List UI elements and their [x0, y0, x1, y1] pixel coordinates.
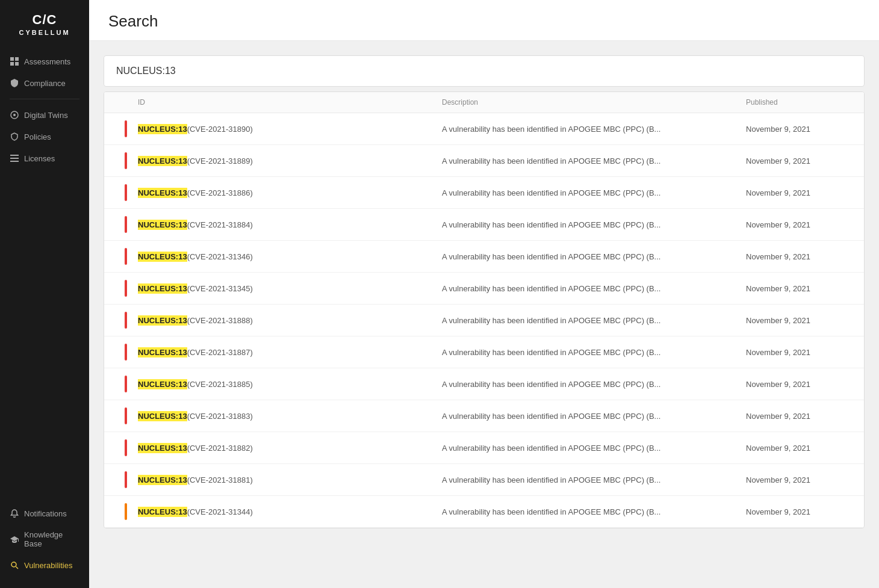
cell-published: November 9, 2021 — [746, 475, 854, 484]
bell-icon — [10, 509, 19, 518]
cell-published: November 9, 2021 — [746, 125, 854, 134]
nucleus-highlight: NUCLEUS:13 — [138, 156, 187, 166]
cve-part: (CVE-2021-31885) — [187, 380, 253, 389]
svg-rect-0 — [10, 57, 14, 61]
severity-bar — [125, 344, 127, 361]
table-row[interactable]: NUCLEUS:13 (CVE-2021-31883) A vulnerabil… — [104, 400, 864, 432]
table-row[interactable]: NUCLEUS:13 (CVE-2021-31889) A vulnerabil… — [104, 145, 864, 177]
table-row[interactable]: NUCLEUS:13 (CVE-2021-31346) A vulnerabil… — [104, 241, 864, 273]
svg-rect-7 — [10, 158, 19, 159]
search-query: NUCLEUS:13 — [116, 66, 176, 76]
severity-bar — [125, 248, 127, 265]
sidebar-item-policies-label: Policies — [24, 132, 51, 141]
table-row[interactable]: NUCLEUS:13 (CVE-2021-31886) A vulnerabil… — [104, 177, 864, 209]
severity-bar — [125, 376, 127, 392]
table-body: NUCLEUS:13 (CVE-2021-31890) A vulnerabil… — [104, 113, 864, 528]
logo-symbol: C/C — [33, 12, 57, 28]
sidebar-item-compliance[interactable]: Compliance — [0, 72, 89, 94]
circle-dots-icon — [10, 110, 19, 120]
cve-part: (CVE-2021-31889) — [187, 156, 253, 166]
severity-indicator — [114, 439, 138, 456]
page-title: Search — [108, 12, 860, 31]
cve-part: (CVE-2021-31887) — [187, 348, 253, 357]
nucleus-highlight: NUCLEUS:13 — [138, 188, 187, 198]
cell-description: A vulnerability has been identified in A… — [442, 412, 746, 421]
severity-bar — [125, 503, 127, 520]
severity-indicator — [114, 184, 138, 201]
sidebar-item-notifications-label: Notifications — [24, 509, 67, 518]
svg-rect-1 — [15, 57, 19, 61]
table-row[interactable]: NUCLEUS:13 (CVE-2021-31884) A vulnerabil… — [104, 209, 864, 241]
cell-published: November 9, 2021 — [746, 156, 854, 166]
severity-bar — [125, 439, 127, 456]
cell-id: NUCLEUS:13 (CVE-2021-31889) — [138, 156, 442, 166]
severity-indicator — [114, 471, 138, 488]
search-icon — [10, 560, 19, 570]
cell-description: A vulnerability has been identified in A… — [442, 125, 746, 134]
svg-rect-8 — [10, 161, 19, 162]
cell-id: NUCLEUS:13 (CVE-2021-31882) — [138, 443, 442, 453]
cell-id: NUCLEUS:13 (CVE-2021-31888) — [138, 315, 442, 326]
cve-part: (CVE-2021-31882) — [187, 444, 253, 453]
severity-indicator — [114, 407, 138, 424]
cell-id: NUCLEUS:13 (CVE-2021-31883) — [138, 411, 442, 421]
col-description: Description — [442, 98, 746, 107]
sidebar-item-assessments[interactable]: Assessments — [0, 51, 89, 72]
severity-bar — [125, 407, 127, 424]
sidebar-item-knowledge-base-label: Knowledge Base — [24, 530, 79, 548]
severity-bar — [125, 152, 127, 169]
sidebar-item-policies[interactable]: Policies — [0, 126, 89, 147]
table-row[interactable]: NUCLEUS:13 (CVE-2021-31881) A vulnerabil… — [104, 464, 864, 496]
cell-id: NUCLEUS:13 (CVE-2021-31346) — [138, 252, 442, 262]
sidebar-item-vulnerabilities[interactable]: Vulnerabilities — [0, 554, 89, 576]
table-row[interactable]: NUCLEUS:13 (CVE-2021-31885) A vulnerabil… — [104, 368, 864, 400]
cve-part: (CVE-2021-31886) — [187, 188, 253, 197]
sidebar-item-digital-twins-label: Digital Twins — [24, 111, 68, 120]
cve-part: (CVE-2021-31345) — [187, 284, 253, 293]
results-table: ID Description Published NUCLEUS:13 (CVE… — [104, 91, 865, 528]
nucleus-highlight: NUCLEUS:13 — [138, 347, 187, 357]
cell-id: NUCLEUS:13 (CVE-2021-31344) — [138, 507, 442, 517]
sidebar-item-compliance-label: Compliance — [24, 79, 66, 88]
nucleus-highlight: NUCLEUS:13 — [138, 315, 187, 326]
cell-published: November 9, 2021 — [746, 220, 854, 229]
sidebar-item-digital-twins[interactable]: Digital Twins — [0, 104, 89, 126]
cell-published: November 9, 2021 — [746, 252, 854, 261]
cell-published: November 9, 2021 — [746, 188, 854, 197]
severity-indicator — [114, 503, 138, 520]
sidebar-bottom: Notifications Knowledge Base — [0, 503, 89, 583]
svg-rect-2 — [10, 62, 14, 66]
cell-description: A vulnerability has been identified in A… — [442, 475, 746, 484]
cve-part: (CVE-2021-31346) — [187, 252, 253, 261]
table-row[interactable]: NUCLEUS:13 (CVE-2021-31890) A vulnerabil… — [104, 113, 864, 145]
sidebar-nav: Assessments Compliance Digital Twins — [0, 51, 89, 588]
cell-id: NUCLEUS:13 (CVE-2021-31886) — [138, 188, 442, 198]
sidebar-item-notifications[interactable]: Notifications — [0, 503, 89, 524]
col-id: ID — [138, 98, 442, 107]
svg-rect-3 — [15, 62, 19, 66]
cve-part: (CVE-2021-31344) — [187, 507, 253, 516]
table-row[interactable]: NUCLEUS:13 (CVE-2021-31344) A vulnerabil… — [104, 496, 864, 528]
cve-part: (CVE-2021-31884) — [187, 220, 253, 229]
graduation-icon — [10, 534, 19, 544]
col-published: Published — [746, 98, 854, 107]
cell-id: NUCLEUS:13 (CVE-2021-31345) — [138, 283, 442, 294]
sidebar-item-licenses[interactable]: Licenses — [0, 147, 89, 169]
cell-id: NUCLEUS:13 (CVE-2021-31884) — [138, 220, 442, 230]
svg-rect-6 — [10, 155, 19, 156]
nucleus-highlight: NUCLEUS:13 — [138, 379, 187, 389]
nucleus-highlight: NUCLEUS:13 — [138, 220, 187, 230]
table-row[interactable]: NUCLEUS:13 (CVE-2021-31888) A vulnerabil… — [104, 305, 864, 336]
nucleus-highlight: NUCLEUS:13 — [138, 475, 187, 485]
cell-description: A vulnerability has been identified in A… — [442, 156, 746, 166]
sidebar-divider — [10, 99, 79, 99]
table-row[interactable]: NUCLEUS:13 (CVE-2021-31345) A vulnerabil… — [104, 273, 864, 305]
cve-part: (CVE-2021-31888) — [187, 316, 253, 325]
table-row[interactable]: NUCLEUS:13 (CVE-2021-31887) A vulnerabil… — [104, 336, 864, 368]
cve-part: (CVE-2021-31881) — [187, 475, 253, 484]
sidebar-item-licenses-label: Licenses — [24, 154, 55, 163]
table-row[interactable]: NUCLEUS:13 (CVE-2021-31882) A vulnerabil… — [104, 432, 864, 464]
sidebar-item-knowledge-base[interactable]: Knowledge Base — [0, 524, 89, 554]
severity-indicator — [114, 344, 138, 361]
cell-id: NUCLEUS:13 (CVE-2021-31890) — [138, 124, 442, 134]
